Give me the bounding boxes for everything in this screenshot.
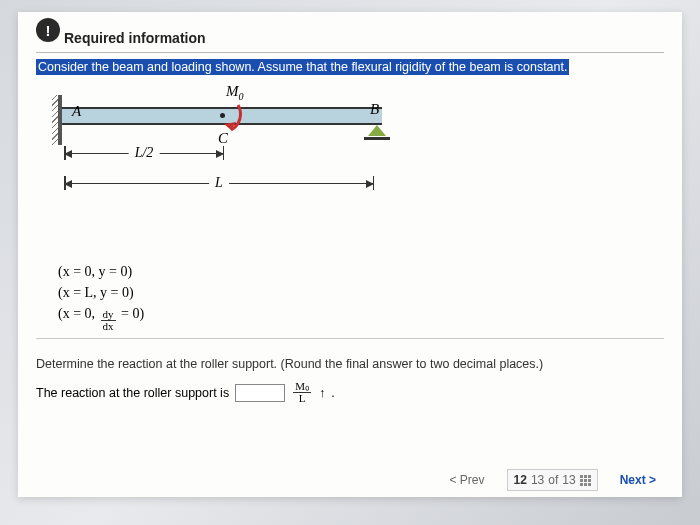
dimension-l-full: L [64,183,374,184]
equation-1: (x = 0, y = 0) [58,261,664,282]
answer-row: The reaction at the roller support is M₀… [36,381,664,404]
next-button[interactable]: Next > [612,469,664,491]
divider [36,52,664,53]
page-indicator[interactable]: 12 13 of 13 [507,469,598,491]
dimension-l-half: L/2 [64,153,224,154]
boundary-conditions: (x = 0, y = 0) (x = L, y = 0) (x = 0, dy… [58,261,664,332]
equation-2: (x = L, y = 0) [58,282,664,303]
instruction-text: Consider the beam and loading shown. Ass… [36,59,569,75]
unit-fraction: M₀ L [293,381,311,404]
moment-arrow-icon [198,90,248,140]
divider [36,338,664,339]
answer-prefix: The reaction at the roller support is [36,386,229,400]
navigation-footer: < Prev 12 13 of 13 Next > [442,469,664,491]
prev-button[interactable]: < Prev [442,469,493,491]
section-title: Required information [64,30,664,46]
label-b: B [370,101,379,118]
direction-arrow-icon: ↑ [319,386,325,400]
question-prompt: Determine the reaction at the roller sup… [36,357,664,371]
beam-diagram: A B C M0 L/2 L [58,85,418,255]
grid-icon[interactable] [580,475,591,486]
answer-input[interactable] [235,384,285,402]
question-page: ! Required information Consider the beam… [18,12,682,497]
roller-support-icon [364,125,390,140]
info-icon: ! [36,18,60,42]
label-a: A [72,103,81,120]
equation-3: (x = 0, dydx = 0) [58,303,664,332]
